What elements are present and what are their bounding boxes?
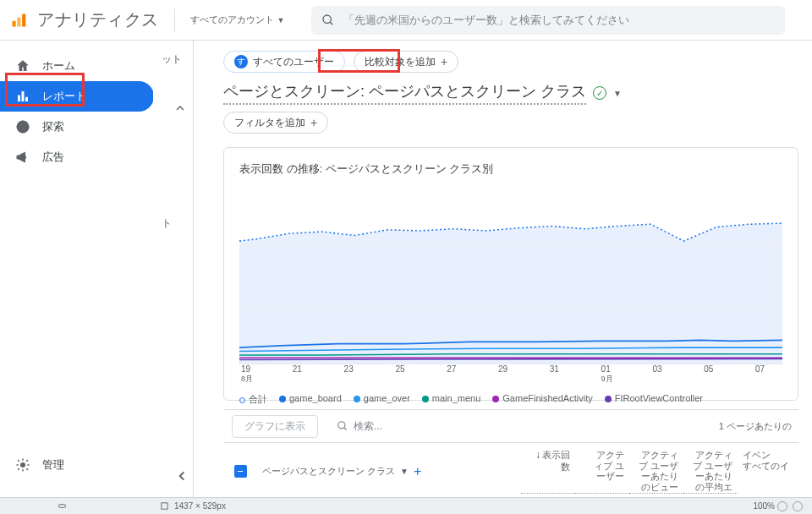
zoom-in-button[interactable] [793, 501, 803, 511]
xtick: 27 [447, 364, 472, 385]
metric-col-active-users[interactable]: アクテ ィブ ユ ーザー [575, 450, 629, 494]
xtick: 019月 [601, 364, 627, 385]
status-check-icon[interactable]: ✓ [593, 86, 606, 100]
account-label: すべてのアカウント [190, 14, 274, 26]
edge-text-2: ト [162, 216, 172, 231]
nav-home-label: ホーム [42, 58, 75, 74]
status-bar: 1437 × 529px 100% [0, 497, 812, 514]
chart-card: 表示回数 の推移: ページパスとスクリーン クラス別 198月 21 23 25… [223, 147, 798, 401]
search-bar[interactable]: 「先週の米国からのユーザー数」と検索してみてください [311, 6, 785, 35]
legend-item[interactable]: game_over [354, 393, 410, 406]
xtick: 03 [652, 364, 678, 385]
table-search[interactable]: 検索... [337, 419, 382, 434]
add-dimension-icon[interactable]: + [414, 464, 421, 479]
metric-col-views[interactable]: ↓表示回 数 [521, 450, 575, 494]
svg-rect-7 [25, 97, 28, 101]
xtick: 198月 [241, 364, 266, 385]
xtick: 07 [755, 364, 781, 385]
chart-legend: 合計 game_board game_over main_menu GameFi… [239, 393, 782, 406]
crop-icon[interactable] [160, 501, 169, 511]
nav-admin-label: 管理 [42, 457, 64, 473]
metric-col-avg-engagement[interactable]: アクティ ブ ユーザ ーあたり の平均エ [683, 450, 738, 494]
nav-ads-label: 広告 [42, 150, 64, 165]
search-placeholder: 「先週の米国からのユーザー数」と検索してみてください [343, 13, 629, 28]
settings-toggle-icon[interactable] [58, 501, 67, 511]
xtick: 05 [704, 364, 729, 385]
chart-title: 表示回数 の推移: ページパスとスクリーン クラス別 [239, 161, 782, 177]
chevron-left-icon [174, 468, 189, 484]
line-chart-svg [239, 187, 782, 364]
svg-line-4 [330, 22, 332, 25]
dimension-column-header[interactable]: ページパスとスクリーン クラス ▼ + [257, 450, 521, 494]
svg-point-13 [338, 422, 345, 429]
chip-add-filter-label: フィルタを追加 [234, 116, 305, 130]
legend-item[interactable]: FIRootViewController [605, 393, 703, 406]
table-toolbar: グラフに表示 検索... 1 ページあたりの [223, 409, 798, 443]
product-name: アナリティクス [37, 8, 159, 31]
caret-down-icon: ▼ [277, 16, 285, 25]
indeterminate-check-icon: − [234, 465, 247, 478]
nav-report-label: レポート [42, 89, 86, 104]
legend-item[interactable]: GameFinishedActivity [492, 393, 592, 406]
chip-all-users-label: すべてのユーザー [253, 55, 334, 69]
metric-col-views-per-user[interactable]: アクティ ブ ユーザ ーあたり のビュー [629, 450, 683, 494]
xtick: 23 [344, 364, 370, 385]
analytics-logo-icon [10, 12, 27, 29]
chip-add-filter[interactable]: フィルタを追加 + [223, 112, 328, 134]
svg-rect-6 [22, 91, 25, 101]
search-icon [321, 14, 335, 27]
nav-admin[interactable]: 管理 [0, 450, 154, 480]
metric-col-events[interactable]: イベン すべてのイ [738, 450, 798, 494]
svg-rect-1 [17, 17, 20, 26]
chart-xticks: 198月 21 23 25 27 29 31 019月 03 05 07 [239, 364, 782, 385]
gear-icon [15, 457, 30, 473]
target-icon [15, 119, 30, 134]
plot-rows-button[interactable]: グラフに表示 [232, 415, 318, 438]
svg-rect-2 [22, 14, 25, 26]
collapse-panel-button[interactable] [173, 101, 189, 117]
rows-per-page-label: 1 ページあたりの [719, 420, 792, 433]
home-icon [15, 58, 30, 74]
legend-item[interactable]: game_board [279, 393, 342, 406]
panel-back-button[interactable] [174, 468, 189, 486]
nav-home[interactable]: ホーム [0, 51, 154, 81]
chevron-up-icon [173, 101, 187, 115]
chip-add-comparison[interactable]: 比較対象を追加 + [354, 51, 458, 73]
legend-item[interactable]: main_menu [422, 393, 480, 406]
left-nav: ホーム レポート 探索 広告 管理 [0, 41, 161, 497]
bar-chart-icon [15, 89, 30, 104]
nav-explore-label: 探索 [42, 119, 64, 134]
legend-item[interactable]: 合計 [239, 393, 267, 406]
svg-rect-15 [58, 505, 65, 508]
search-icon [337, 420, 348, 432]
title-caret-icon[interactable]: ▼ [613, 89, 622, 98]
zoom-out-button[interactable] [777, 501, 787, 511]
table-search-placeholder: 検索... [354, 419, 382, 434]
page-title-row: ページとスクリーン: ページパスとスクリーン クラス ✓ ▼ [223, 81, 812, 105]
caret-down-icon: ▼ [400, 467, 409, 476]
chip-add-compare-label: 比較対象を追加 [365, 55, 436, 69]
filter-chip-row: フィルタを追加 + [223, 112, 812, 134]
nav-ads[interactable]: 広告 [0, 142, 154, 172]
xtick: 21 [293, 364, 318, 385]
nav-explore[interactable]: 探索 [0, 112, 154, 142]
plus-icon: + [441, 55, 447, 68]
account-picker[interactable]: すべてのアカウント ▼ [190, 14, 285, 26]
chip-all-users[interactable]: す すべてのユーザー [223, 51, 345, 73]
select-all-checkbox[interactable]: − [223, 450, 257, 494]
table-header-row: − ページパスとスクリーン クラス ▼ + ↓表示回 数 アクテ ィブ ユ ーザ… [223, 443, 798, 497]
nav-report[interactable]: レポート [0, 81, 154, 112]
xtick: 29 [498, 364, 524, 385]
top-bar: アナリティクス すべてのアカウント ▼ 「先週の米国からのユーザー数」と検索して… [0, 0, 812, 41]
main-content: す すべてのユーザー 比較対象を追加 + ページとスクリーン: ページパスとスク… [203, 41, 812, 497]
xtick: 31 [550, 364, 575, 385]
chart-area [239, 187, 782, 364]
svg-point-3 [323, 15, 331, 23]
svg-rect-5 [18, 96, 20, 102]
zoom-level: 100% [753, 501, 775, 511]
segment-chip-row: す すべてのユーザー 比較対象を追加 + [223, 51, 812, 73]
svg-rect-0 [13, 20, 16, 26]
xtick: 25 [395, 364, 420, 385]
svg-rect-16 [162, 503, 167, 509]
plus-icon: + [310, 116, 317, 129]
